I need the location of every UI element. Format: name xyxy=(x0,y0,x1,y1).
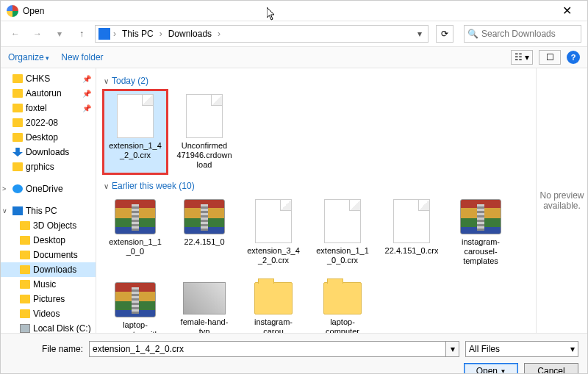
sidebar-item-aautorun[interactable]: Aautorun📌 xyxy=(1,86,96,101)
recent-dropdown[interactable]: ▾ xyxy=(51,25,68,43)
file-label: extension_1_4_2_0.crx xyxy=(107,141,163,160)
preview-pane: No preview available. xyxy=(536,68,587,333)
organize-menu[interactable]: Organize xyxy=(8,52,49,62)
sidebar-item-label: Desktop xyxy=(26,132,58,143)
pin-icon: 📌 xyxy=(82,104,91,112)
file-label: female-hand-typ xyxy=(176,317,232,333)
folder-icon xyxy=(12,74,23,83)
sidebar-item-videos[interactable]: Videos xyxy=(1,306,96,321)
file-label: instagram-carou xyxy=(245,317,301,333)
file-type-filter[interactable]: All Files ▾ xyxy=(465,341,578,357)
folder-icon xyxy=(20,236,30,245)
up-button[interactable]: ↑ xyxy=(73,25,90,43)
blank-thumb-icon xyxy=(324,199,361,243)
breadcrumb[interactable]: › This PC › Downloads › ▾ xyxy=(95,25,429,43)
file-item[interactable]: extension_3_4_2_0.crx xyxy=(242,195,305,270)
sidebar-item-label: Music xyxy=(33,279,56,290)
sidebar-item-label: foxtel xyxy=(26,103,47,113)
file-item[interactable]: instagram-carou xyxy=(242,278,305,333)
blank-thumb-icon xyxy=(255,199,292,243)
photo-thumb-icon xyxy=(183,282,226,314)
sidebar-item-this-pc[interactable]: ∨This PC xyxy=(1,204,96,218)
crumb-thispc[interactable]: This PC xyxy=(119,27,157,40)
file-item[interactable]: 22.4.151_0.crx xyxy=(380,195,443,270)
chevron-right-icon: › xyxy=(216,29,222,39)
file-item[interactable]: laptop-computer xyxy=(311,278,374,333)
file-item[interactable]: laptop-computer-with-white-screen-keyboa… xyxy=(104,278,167,333)
sidebar-item-label: OneDrive xyxy=(26,184,63,194)
blank-thumb-icon xyxy=(393,199,430,243)
sidebar[interactable]: CHKS📌Aautorun📌foxtel📌2022-08DesktopDownl… xyxy=(1,68,96,333)
sidebar-item-label: This PC xyxy=(26,206,57,216)
group-header[interactable]: Earlier this week (10) xyxy=(104,181,528,191)
view-mode-button[interactable]: ☷ ▾ xyxy=(511,50,533,65)
address-dropdown[interactable]: ▾ xyxy=(415,29,425,39)
file-item[interactable]: extension_1_1_0_0 xyxy=(104,195,167,270)
help-button[interactable]: ? xyxy=(567,51,580,64)
sidebar-item-onedrive[interactable]: >OneDrive xyxy=(1,181,96,196)
back-button[interactable]: ← xyxy=(7,25,24,43)
filename-history-dropdown[interactable]: ▾ xyxy=(446,341,459,357)
folder-icon xyxy=(20,265,30,274)
title-bar: Open ✕ xyxy=(1,1,587,21)
file-list[interactable]: Today (2)extension_1_4_2_0.crxUnconfirme… xyxy=(96,68,536,333)
sidebar-item-3d-objects[interactable]: 3D Objects xyxy=(1,218,96,233)
sidebar-item-label: 3D Objects xyxy=(33,220,76,231)
drive-icon xyxy=(20,324,30,333)
preview-pane-button[interactable]: ☐ xyxy=(539,50,561,65)
crumb-downloads[interactable]: Downloads xyxy=(165,27,215,40)
sidebar-item-pictures[interactable]: Pictures xyxy=(1,292,96,306)
forward-button[interactable]: → xyxy=(29,25,46,43)
rar-thumb-icon xyxy=(115,282,156,317)
close-button[interactable]: ✕ xyxy=(552,4,581,18)
file-item[interactable]: 22.4.151_0 xyxy=(173,195,236,270)
sidebar-item-documents[interactable]: Documents xyxy=(1,248,96,262)
sidebar-item-local-disk-c-[interactable]: Local Disk (C:) xyxy=(1,321,96,333)
sidebar-item-music[interactable]: Music xyxy=(1,277,96,292)
file-item[interactable]: female-hand-typ xyxy=(173,278,236,333)
refresh-button[interactable]: ⟳ xyxy=(436,25,453,43)
file-item[interactable]: Unconfirmed 471946.crdownload xyxy=(173,90,236,173)
file-label: laptop-computer xyxy=(315,317,370,333)
pc-icon xyxy=(12,206,23,215)
file-label: extension_3_4_2_0.crx xyxy=(245,246,301,265)
sidebar-item-label: Local Disk (C:) xyxy=(33,323,91,333)
window-title: Open xyxy=(23,6,552,16)
folder-icon xyxy=(12,162,23,171)
folder-icon xyxy=(20,221,30,230)
file-item[interactable]: extension_1_1_0_0.crx xyxy=(311,195,374,270)
sidebar-item-chks[interactable]: CHKS📌 xyxy=(1,71,96,86)
rar-thumb-icon xyxy=(460,199,501,234)
sidebar-item-label: CHKS xyxy=(26,73,50,84)
filename-input[interactable] xyxy=(89,341,446,357)
sidebar-item-grphics[interactable]: grphics xyxy=(1,159,96,174)
group-header[interactable]: Today (2) xyxy=(104,76,528,86)
chevron-right-icon: › xyxy=(158,29,164,39)
sidebar-item-downloads[interactable]: Downloads xyxy=(1,145,96,159)
rar-thumb-icon xyxy=(184,199,225,234)
sidebar-item-label: Aautorun xyxy=(26,88,62,98)
sidebar-item-desktop[interactable]: Desktop xyxy=(1,233,96,248)
file-item[interactable]: instagram-carousel-templates xyxy=(449,195,512,270)
file-label: instagram-carousel-templates xyxy=(453,237,509,266)
chevron-down-icon: ▾ xyxy=(570,344,575,354)
pin-icon: 📌 xyxy=(82,90,91,98)
pin-icon: 📌 xyxy=(82,75,91,83)
yellowfolder-thumb-icon xyxy=(323,282,362,314)
cancel-button[interactable]: Cancel xyxy=(524,363,578,374)
search-box[interactable]: 🔍 xyxy=(464,25,581,43)
folder-icon xyxy=(20,309,30,318)
sidebar-item-label: Pictures xyxy=(33,294,65,304)
search-input[interactable] xyxy=(481,29,588,39)
sidebar-item-downloads[interactable]: Downloads xyxy=(1,262,96,277)
sidebar-item-2022-08[interactable]: 2022-08 xyxy=(1,115,96,130)
new-folder-button[interactable]: New folder xyxy=(61,52,103,62)
folder-icon xyxy=(20,280,30,289)
file-label: extension_1_1_0_0 xyxy=(107,237,163,256)
file-item[interactable]: extension_1_4_2_0.crx xyxy=(104,90,167,173)
sidebar-item-desktop[interactable]: Desktop xyxy=(1,130,96,145)
open-button[interactable]: Open ▼ xyxy=(464,363,518,374)
sidebar-item-foxtel[interactable]: foxtel📌 xyxy=(1,101,96,115)
down-icon xyxy=(12,148,23,157)
preview-text: No preview available. xyxy=(539,190,584,211)
